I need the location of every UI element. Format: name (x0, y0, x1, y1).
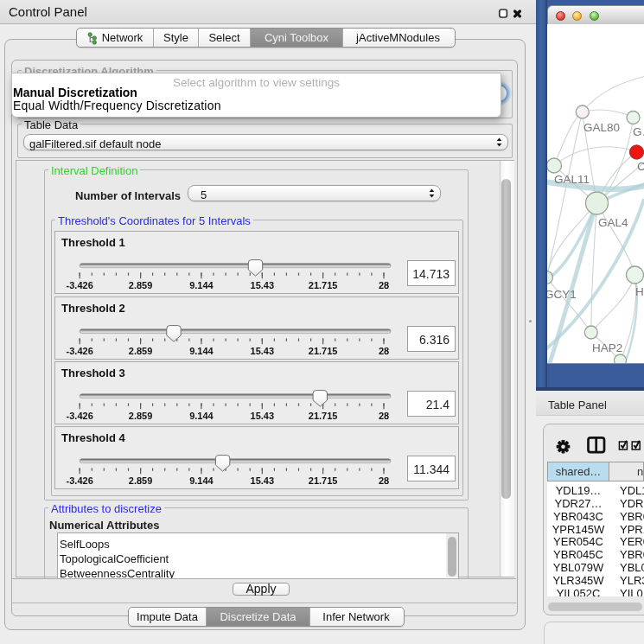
svg-text:-3.426: -3.426 (67, 346, 93, 356)
svg-text:2.859: 2.859 (129, 280, 153, 290)
svg-text:9.144: 9.144 (189, 475, 214, 486)
svg-text:HAP2: HAP2 (592, 341, 622, 354)
svg-text:2.859: 2.859 (129, 411, 153, 421)
svg-text:9.144: 9.144 (189, 346, 214, 356)
svg-text:GAL80: GAL80 (583, 121, 620, 134)
svg-text:28: 28 (379, 475, 389, 486)
svg-text:-3.426: -3.426 (67, 475, 93, 486)
svg-text:15.43: 15.43 (251, 411, 275, 421)
svg-text:21.715: 21.715 (309, 280, 338, 290)
svg-text:-3.426: -3.426 (67, 280, 93, 290)
svg-text:21.715: 21.715 (309, 411, 338, 421)
svg-text:15.43: 15.43 (251, 475, 275, 486)
svg-text:21.715: 21.715 (309, 346, 338, 356)
svg-text:21.715: 21.715 (309, 475, 338, 486)
svg-text:28: 28 (379, 280, 389, 290)
svg-text:2.859: 2.859 (129, 346, 153, 356)
svg-text:-3.426: -3.426 (67, 411, 93, 421)
svg-text:15.43: 15.43 (251, 346, 275, 356)
svg-text:GCY1: GCY1 (547, 288, 577, 301)
svg-text:2.859: 2.859 (129, 475, 153, 486)
svg-text:28: 28 (379, 411, 389, 421)
svg-text:GAL11: GAL11 (554, 173, 590, 186)
svg-text:9.144: 9.144 (189, 411, 214, 421)
svg-text:C: C (637, 160, 644, 173)
svg-text:9.144: 9.144 (189, 280, 214, 290)
svg-text:GAL4: GAL4 (598, 216, 628, 229)
svg-text:28: 28 (379, 346, 389, 356)
svg-text:15.43: 15.43 (251, 280, 275, 290)
svg-text:G…: G… (633, 125, 644, 138)
svg-text:H: H (635, 285, 644, 298)
